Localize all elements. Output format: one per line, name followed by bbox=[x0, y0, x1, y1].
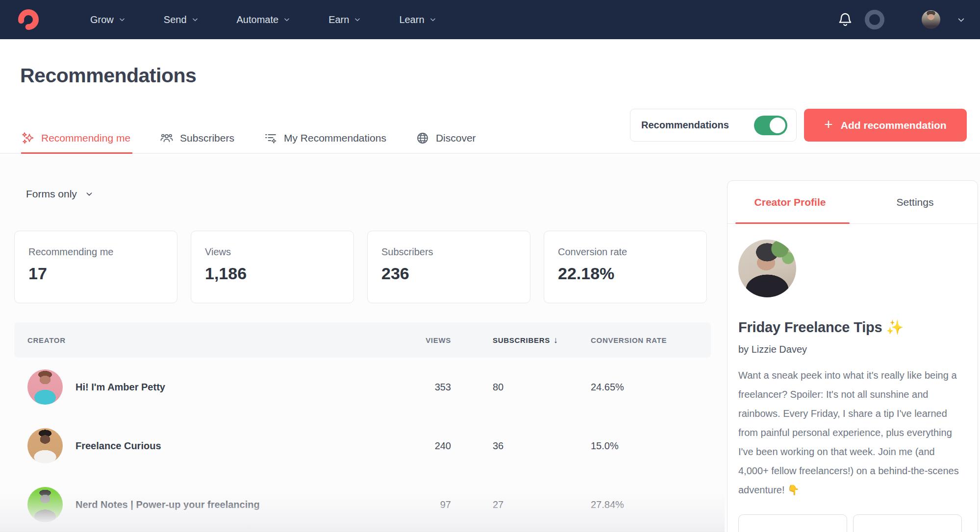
tab-recommending-me[interactable]: Recommending me bbox=[21, 123, 130, 153]
chevron-down-icon bbox=[354, 16, 361, 23]
stat-card-subscribers: Subscribers 236 bbox=[367, 231, 530, 303]
nav-item-label: Send bbox=[164, 14, 187, 25]
nav-item-earn[interactable]: Earn bbox=[328, 14, 361, 25]
nav-item-send[interactable]: Send bbox=[164, 14, 199, 25]
nav-right-controls bbox=[837, 10, 965, 29]
column-header-subscribers[interactable]: SUBSCRIBERS ↓ bbox=[451, 335, 571, 345]
stat-label: Recommending me bbox=[28, 246, 177, 258]
stat-card-conversion-rate: Conversion rate 22.18% bbox=[544, 231, 707, 303]
creators-table: CREATOR VIEWS SUBSCRIBERS ↓ CONVERSION R… bbox=[14, 322, 711, 532]
convertkit-logo[interactable] bbox=[17, 8, 40, 31]
nav-menu: Grow Send Automate Earn Learn bbox=[90, 14, 436, 25]
sort-desc-icon: ↓ bbox=[553, 335, 558, 345]
creator-cell: Freelance Curious bbox=[27, 428, 397, 463]
conversion-value: 24.65% bbox=[571, 382, 711, 393]
table-row[interactable]: Hi! I'm Amber Petty 353 80 24.65% bbox=[14, 358, 711, 416]
stat-card-recommending-me: Recommending me 17 bbox=[14, 231, 177, 303]
nav-item-automate[interactable]: Automate bbox=[237, 14, 291, 25]
toggle-knob bbox=[770, 118, 785, 133]
stat-value: 236 bbox=[381, 264, 530, 283]
conversion-value: 15.0% bbox=[571, 440, 711, 452]
creator-name: Nerd Notes | Power-up your freelancing bbox=[75, 499, 260, 510]
profile-author: by Lizzie Davey bbox=[738, 344, 966, 355]
chevron-down-icon bbox=[429, 16, 436, 23]
stats-row: Recommending me 17 Views 1,186 Subscribe… bbox=[14, 231, 707, 303]
nav-item-label: Grow bbox=[90, 14, 114, 25]
creator-avatar bbox=[27, 487, 63, 522]
page-title: Recommendations bbox=[20, 64, 196, 87]
add-recommendation-label: Add recommendation bbox=[841, 120, 947, 131]
top-navbar: Grow Send Automate Earn Learn bbox=[0, 0, 980, 39]
status-ring-icon bbox=[865, 10, 884, 29]
column-header-conversion-rate[interactable]: CONVERSION RATE bbox=[571, 336, 711, 344]
conversion-value: 27.84% bbox=[571, 499, 711, 510]
page-tabs: Recommending me Subscribers bbox=[21, 123, 476, 153]
add-recommendation-button[interactable]: + Add recommendation bbox=[804, 109, 967, 142]
creator-cell: Nerd Notes | Power-up your freelancing bbox=[27, 487, 397, 522]
toggle-label: Recommendations bbox=[641, 120, 729, 131]
panel-action-button-right[interactable] bbox=[853, 514, 962, 532]
views-value: 353 bbox=[397, 382, 451, 393]
table-row[interactable]: Freelance Curious 240 36 15.0% bbox=[14, 416, 711, 475]
recommendations-toggle[interactable] bbox=[754, 116, 787, 135]
list-sparkle-icon bbox=[264, 131, 277, 145]
stat-value: 22.18% bbox=[558, 264, 706, 283]
forms-only-dropdown[interactable]: Forms only bbox=[26, 188, 93, 200]
nav-item-label: Learn bbox=[399, 14, 424, 25]
stat-label: Conversion rate bbox=[558, 246, 706, 258]
panel-action-button-left[interactable] bbox=[738, 514, 847, 532]
panel-tabs: Creator Profile Settings bbox=[728, 181, 978, 224]
subscribers-value: 80 bbox=[451, 382, 571, 393]
people-group-icon bbox=[160, 131, 174, 145]
nav-item-grow[interactable]: Grow bbox=[90, 14, 126, 25]
panel-actions bbox=[738, 514, 966, 532]
profile-description: Want a sneak peek into what it's really … bbox=[738, 366, 960, 500]
profile-avatar bbox=[738, 240, 796, 297]
nav-item-label: Automate bbox=[237, 14, 279, 25]
stat-value: 1,186 bbox=[205, 264, 353, 283]
table-row[interactable]: Nerd Notes | Power-up your freelancing 9… bbox=[14, 475, 711, 532]
account-menu-button[interactable] bbox=[957, 16, 965, 24]
creator-cell: Hi! I'm Amber Petty bbox=[27, 369, 397, 405]
column-header-label: SUBSCRIBERS bbox=[493, 336, 550, 344]
nav-item-learn[interactable]: Learn bbox=[399, 14, 436, 25]
tab-label: Recommending me bbox=[41, 132, 130, 144]
creator-name: Freelance Curious bbox=[75, 440, 161, 452]
creator-avatar bbox=[27, 428, 63, 463]
stat-value: 17 bbox=[28, 264, 177, 283]
globe-icon bbox=[416, 131, 429, 145]
convertkit-logo-icon bbox=[17, 8, 40, 31]
plus-icon: + bbox=[824, 117, 833, 132]
creator-profile-panel: Creator Profile Settings Friday Freelanc… bbox=[727, 180, 978, 532]
subscribers-value: 27 bbox=[451, 499, 571, 510]
column-header-creator[interactable]: CREATOR bbox=[27, 336, 397, 344]
tab-subscribers[interactable]: Subscribers bbox=[160, 123, 234, 153]
chevron-down-icon bbox=[957, 16, 965, 24]
tab-discover[interactable]: Discover bbox=[416, 123, 476, 153]
tab-label: My Recommendations bbox=[284, 132, 386, 144]
tab-creator-profile[interactable]: Creator Profile bbox=[728, 181, 853, 223]
subscribers-value: 36 bbox=[451, 440, 571, 452]
filter-value: Forms only bbox=[26, 188, 77, 200]
tab-my-recommendations[interactable]: My Recommendations bbox=[264, 123, 386, 153]
creator-name: Hi! I'm Amber Petty bbox=[75, 382, 165, 393]
views-value: 97 bbox=[397, 499, 451, 510]
chevron-down-icon bbox=[85, 190, 93, 198]
tab-settings[interactable]: Settings bbox=[853, 181, 978, 223]
nav-item-label: Earn bbox=[328, 14, 349, 25]
recommendations-toggle-card: Recommendations bbox=[630, 109, 797, 142]
chevron-down-icon bbox=[192, 16, 199, 23]
stat-card-views: Views 1,186 bbox=[191, 231, 354, 303]
creator-avatar bbox=[27, 369, 63, 405]
notifications-button[interactable] bbox=[837, 11, 853, 28]
column-header-views[interactable]: VIEWS bbox=[397, 336, 451, 344]
panel-body: Friday Freelance Tips ✨ by Lizzie Davey … bbox=[728, 224, 978, 532]
views-value: 240 bbox=[397, 440, 451, 452]
bell-icon bbox=[837, 11, 853, 28]
chevron-down-icon bbox=[283, 16, 290, 23]
chevron-down-icon bbox=[119, 16, 126, 23]
sparkles-icon bbox=[21, 131, 35, 145]
stat-label: Subscribers bbox=[381, 246, 530, 258]
account-avatar[interactable] bbox=[922, 10, 940, 29]
stat-label: Views bbox=[205, 246, 353, 258]
